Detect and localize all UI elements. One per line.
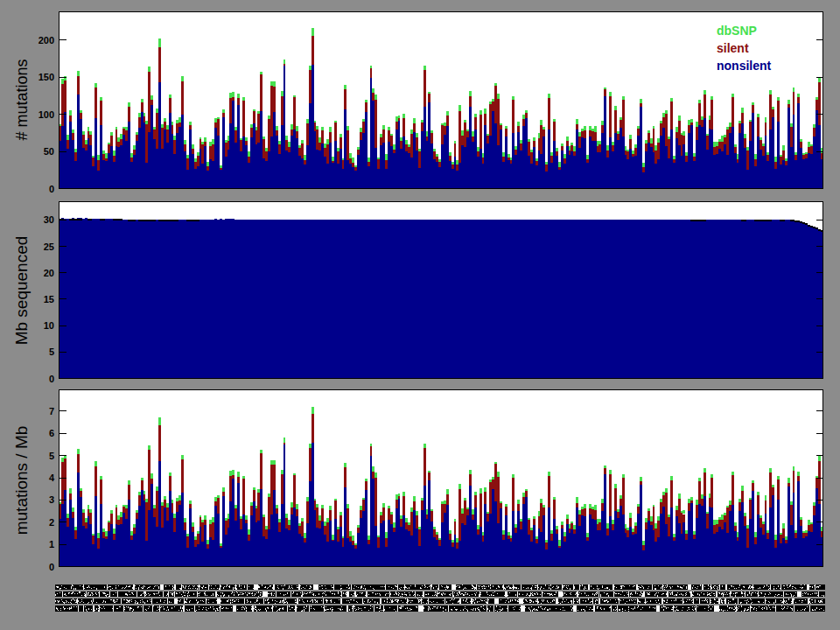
svg-text:150: 150 — [38, 72, 54, 82]
svg-text:30: 30 — [44, 214, 54, 225]
svg-text:4: 4 — [49, 472, 55, 483]
svg-text:0: 0 — [49, 562, 54, 572]
svg-text:silent: silent — [717, 41, 749, 55]
svg-text:5: 5 — [49, 346, 54, 357]
svg-text:5: 5 — [49, 451, 54, 461]
svg-text:# mutations: # mutations — [13, 59, 31, 140]
svg-text:0: 0 — [49, 374, 54, 384]
svg-text:6: 6 — [49, 428, 54, 438]
svg-text:10: 10 — [44, 320, 54, 331]
svg-text:dbSNP: dbSNP — [717, 24, 757, 38]
svg-text:100: 100 — [38, 109, 54, 120]
svg-text:2: 2 — [49, 517, 54, 528]
svg-text:200: 200 — [38, 35, 54, 46]
svg-text:7: 7 — [49, 406, 54, 416]
svg-text:nonsilent: nonsilent — [717, 59, 772, 73]
svg-text:20: 20 — [44, 268, 54, 278]
svg-text:3: 3 — [49, 494, 54, 505]
svg-text:Mb sequenced: Mb sequenced — [12, 236, 31, 346]
svg-text:mutations / Mb: mutations / Mb — [12, 426, 31, 536]
svg-text:1: 1 — [49, 539, 54, 550]
svg-text:15: 15 — [44, 294, 54, 304]
svg-text:25: 25 — [44, 242, 54, 252]
svg-text:50: 50 — [44, 146, 54, 157]
svg-text:0: 0 — [49, 184, 54, 194]
